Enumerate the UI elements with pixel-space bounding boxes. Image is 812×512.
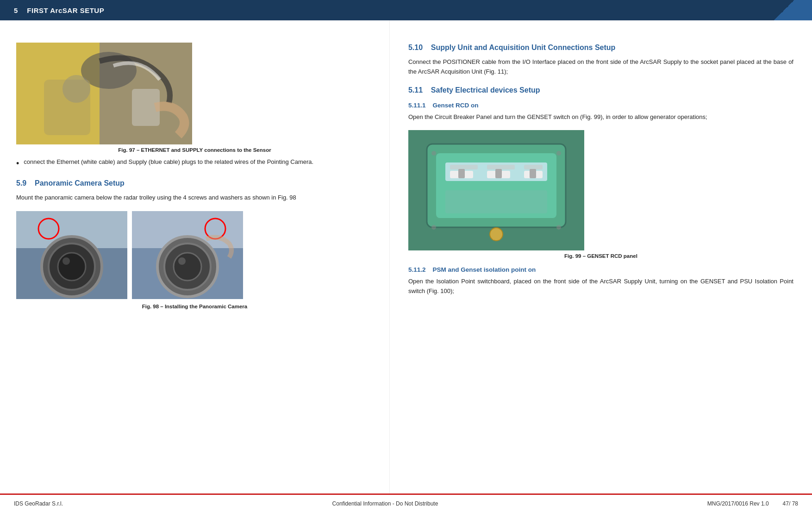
svg-point-41	[556, 151, 561, 156]
figure-98-right-image	[132, 211, 243, 299]
bullet-dot: •	[16, 157, 19, 170]
svg-rect-36	[530, 169, 536, 178]
section-59-body: Mount the panoramic camera below the rad…	[16, 193, 373, 203]
section-511-heading: 5.11 Safety Electrical devices Setup	[408, 86, 793, 94]
svg-rect-29	[487, 165, 515, 169]
svg-rect-35	[495, 169, 502, 178]
footer-confidential: Confidential Information - Do Not Distri…	[332, 500, 438, 507]
footer-page: 47/ 78	[783, 500, 798, 507]
sensor-svg	[16, 43, 192, 144]
svg-point-21	[174, 253, 201, 281]
section-59-number: 5.9	[16, 179, 26, 187]
header-accent	[756, 0, 812, 20]
svg-rect-37	[445, 190, 547, 213]
bullet-text: connect the Ethernet (white cable) and S…	[24, 157, 313, 170]
svg-rect-28	[450, 165, 478, 169]
panoramic-row	[16, 211, 373, 299]
svg-point-22	[178, 257, 186, 265]
chapter-title: FIRST ArcSAR SETUP	[27, 6, 104, 14]
section-5111-number: 5.11.1	[408, 102, 426, 109]
section-510-body: Connect the POSITIONER cable from the I/…	[408, 57, 793, 77]
svg-point-14	[62, 257, 70, 265]
section-59-title: Panoramic Camera Setup	[35, 179, 125, 187]
section-510-title: Supply Unit and Acquisition Unit Connect…	[431, 44, 616, 51]
panoramic-left-svg	[16, 211, 127, 299]
svg-point-6	[62, 75, 90, 103]
bullet-item: • connect the Ethernet (white cable) and…	[16, 157, 373, 170]
figure-98-container: Fig. 98 – Installing the Panoramic Camer…	[16, 211, 373, 309]
section-511-title: Safety Electrical devices Setup	[431, 86, 540, 94]
genset-svg	[408, 130, 584, 250]
figure-99-container: Fig. 99 – GENSET RCD panel	[408, 130, 793, 259]
svg-rect-39	[493, 234, 500, 240]
section-5112-heading: 5.11.2 PSM and Genset isolation point on	[408, 266, 793, 273]
footer-right: MNG/2017/0016 Rev 1.0 47/ 78	[707, 500, 798, 507]
section-5111-body: Open the Circuit Breaker Panel and turn …	[408, 112, 793, 122]
section-5111-title: Genset RCD on	[432, 102, 478, 109]
section-5112-number: 5.11.2	[408, 266, 426, 273]
section-5112-title: PSM and Genset isolation point on	[432, 266, 536, 273]
main-content: Fig. 97 – ETHERNET and SUPPLY connection…	[0, 20, 812, 493]
section-59-heading: 5.9 Panoramic Camera Setup	[16, 179, 373, 187]
figure-97-caption: Fig. 97 – ETHERNET and SUPPLY connection…	[16, 147, 373, 153]
section-510-heading: 5.10 Supply Unit and Acquisition Unit Co…	[408, 44, 793, 52]
svg-rect-30	[524, 165, 543, 169]
section-511-number: 5.11	[408, 86, 423, 94]
figure-97-container: Fig. 97 – ETHERNET and SUPPLY connection…	[16, 43, 373, 153]
svg-point-40	[431, 151, 436, 156]
page-header: 5 FIRST ArcSAR SETUP	[0, 0, 812, 20]
svg-point-42	[431, 225, 436, 230]
figure-99-caption: Fig. 99 – GENSET RCD panel	[408, 253, 793, 259]
panoramic-right-svg	[132, 211, 243, 299]
figure-98-caption: Fig. 98 – Installing the Panoramic Camer…	[16, 304, 373, 309]
footer-company: IDS GeoRadar S.r.l.	[14, 500, 63, 507]
left-column: Fig. 97 – ETHERNET and SUPPLY connection…	[0, 20, 390, 493]
svg-rect-34	[458, 169, 465, 178]
figure-99-image	[408, 130, 584, 250]
svg-point-43	[556, 225, 561, 230]
right-column: 5.10 Supply Unit and Acquisition Unit Co…	[390, 20, 812, 493]
svg-point-13	[58, 253, 86, 281]
section-5111-heading: 5.11.1 Genset RCD on	[408, 102, 793, 109]
footer-doc-ref: MNG/2017/0016 Rev 1.0	[707, 500, 769, 507]
figure-98-left-image	[16, 211, 127, 299]
page-footer: IDS GeoRadar S.r.l. Confidential Informa…	[0, 493, 812, 512]
chapter-number: 5	[14, 6, 18, 14]
figure-97-image	[16, 43, 192, 144]
section-510-number: 5.10	[408, 44, 423, 51]
section-5112-body: Open the Isolation Point switchboard, pl…	[408, 277, 793, 296]
